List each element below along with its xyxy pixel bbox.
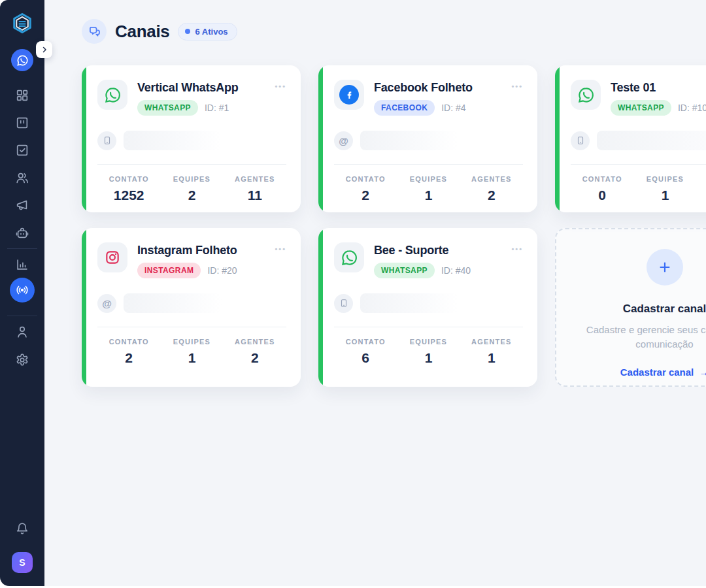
channel-card: Instagram Folheto INSTAGRAM ID: #20 ••• … [82, 228, 301, 387]
channel-title: Facebook Folheto [374, 81, 473, 95]
divider [334, 164, 523, 165]
channel-id: ID: #1 [205, 103, 229, 113]
card-menu-button[interactable]: ••• [507, 80, 523, 90]
channel-type-badge: WHATSAPP [137, 100, 198, 116]
ellipsis-icon: ••• [275, 245, 286, 253]
broadcast-icon [16, 284, 29, 297]
card-menu-button[interactable]: ••• [507, 242, 523, 253]
ellipsis-icon: ••• [511, 82, 523, 90]
add-channel-link[interactable]: Cadastrar canal → [620, 367, 706, 378]
sidebar-divider [7, 316, 37, 316]
channels-grid: Vertical WhatsApp WHATSAPP ID: #1 ••• [82, 65, 706, 387]
sidebar-item-contacts[interactable] [14, 170, 30, 186]
channel-card: Vertical WhatsApp WHATSAPP ID: #1 ••• [82, 65, 301, 212]
divider [97, 164, 286, 165]
notifications-button[interactable] [14, 521, 30, 536]
stat-agentes: AGENTES2 [224, 338, 286, 366]
sidebar-expand-button[interactable] [36, 41, 52, 58]
active-accent-bar [318, 228, 323, 387]
channel-type-badge: WHATSAPP [611, 100, 671, 116]
stat-equipes: EQUIPES2 [160, 175, 223, 203]
stat-equipes: EQUIPES1 [397, 338, 460, 366]
masked-contact-value [360, 131, 458, 150]
page-header: Canais 6 Ativos [82, 19, 706, 44]
channel-card: Bee - Suporte WHATSAPP ID: #40 ••• [318, 228, 537, 387]
stat-agentes: AGENTES1 [460, 338, 523, 366]
stat-equipes: EQUIPES1 [397, 175, 460, 203]
channel-id: ID: #10 [678, 103, 706, 113]
sidebar-item-reports[interactable] [14, 257, 30, 272]
sidebar-item-kanban[interactable] [14, 115, 30, 131]
channel-title: Instagram Folheto [137, 244, 237, 257]
divider [97, 327, 286, 327]
sidebar-item-whatsapp[interactable] [11, 49, 33, 71]
main-content: Canais 6 Ativos Vertical [44, 0, 706, 586]
channel-title: Teste 01 [611, 81, 706, 95]
arrow-right-icon: → [699, 367, 706, 378]
channel-type-badge: WHATSAPP [374, 263, 435, 278]
app-logo [8, 12, 36, 39]
active-accent-bar [318, 65, 323, 212]
whatsapp-icon [16, 54, 29, 67]
masked-contact-value [124, 131, 222, 150]
bell-icon [15, 521, 29, 536]
channel-id: ID: #40 [441, 265, 471, 276]
sidebar-item-channels[interactable] [10, 278, 35, 302]
sidebar-divider [7, 248, 37, 249]
divider [571, 164, 706, 165]
active-count-badge: 6 Ativos [178, 23, 237, 41]
divider [334, 327, 523, 327]
chat-bubbles-icon [82, 19, 107, 44]
masked-contact-value [124, 293, 222, 313]
card-menu-button[interactable]: ••• [271, 242, 286, 253]
at-sign-icon: @ [97, 294, 116, 313]
gear-icon [15, 353, 29, 367]
channel-type-badge: FACEBOOK [374, 100, 435, 116]
ellipsis-icon: ••• [275, 82, 286, 90]
channel-type-badge: INSTAGRAM [137, 263, 201, 278]
app-window: S Canais 6 Ativos [0, 0, 706, 586]
sidebar-item-campaigns[interactable] [14, 197, 30, 213]
channel-id: ID: #20 [207, 265, 237, 276]
stat-contato: CONTATO2 [97, 338, 160, 366]
active-accent-bar [555, 65, 560, 212]
check-square-icon [15, 143, 29, 157]
users-icon [15, 171, 29, 185]
masked-contact-value [597, 131, 706, 150]
whatsapp-channel-icon [334, 242, 364, 272]
sidebar-item-bot[interactable] [14, 225, 30, 240]
masked-contact-value [360, 293, 458, 313]
megaphone-icon [15, 198, 29, 212]
card-menu-button[interactable]: ••• [271, 80, 286, 90]
instagram-channel-icon [97, 242, 127, 272]
dashboard-grid-icon [15, 88, 29, 103]
stat-contato: CONTATO6 [334, 338, 397, 366]
add-channel-plus-button[interactable] [647, 249, 683, 286]
sidebar: S [0, 0, 44, 586]
sidebar-item-profile[interactable] [14, 324, 30, 340]
page-title: Canais [115, 22, 169, 42]
channel-card: Teste 01 WHATSAPP ID: #10 CONTATO0 [555, 65, 706, 212]
stat-contato: CONTATO2 [334, 175, 397, 203]
whatsapp-channel-icon [571, 80, 601, 110]
sidebar-item-settings[interactable] [14, 352, 30, 368]
avatar-initial: S [19, 557, 25, 568]
robot-icon [15, 225, 29, 240]
active-accent-bar [82, 65, 86, 212]
at-sign-icon: @ [334, 131, 353, 150]
sidebar-item-dashboard[interactable] [14, 88, 30, 103]
sidebar-item-tasks[interactable] [14, 142, 30, 158]
user-avatar[interactable]: S [12, 552, 33, 573]
phone-icon [334, 294, 353, 313]
channel-id: ID: #4 [441, 103, 465, 113]
bar-chart-icon [15, 257, 29, 272]
stat-equipes: EQUIPES1 [633, 175, 696, 203]
channel-title: Bee - Suporte [374, 244, 471, 257]
stat-agentes [697, 175, 706, 203]
chevron-right-icon [41, 46, 48, 54]
add-channel-card[interactable]: Cadastrar canal Cadastre e gerencie seus… [555, 228, 706, 387]
add-card-title: Cadastrar canal [623, 302, 706, 316]
stat-agentes: AGENTES11 [224, 175, 286, 203]
phone-icon [97, 131, 116, 150]
plus-icon [658, 260, 672, 274]
